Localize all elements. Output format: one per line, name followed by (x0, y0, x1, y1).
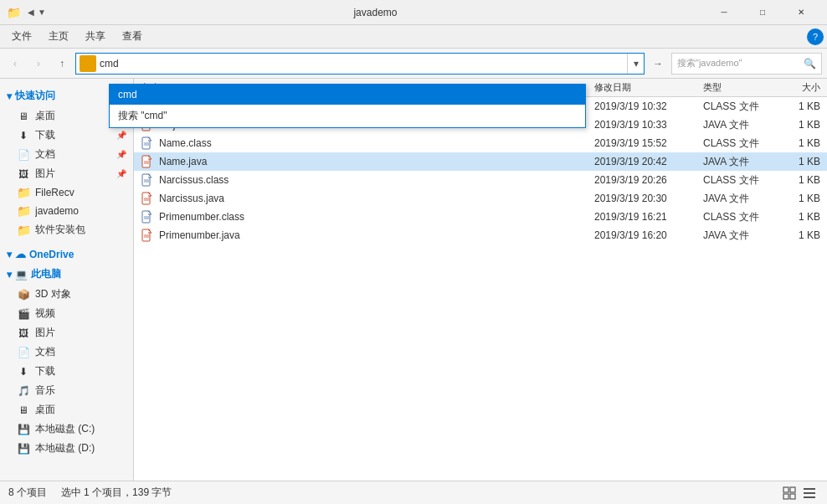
address-bar: ▾ (75, 53, 645, 75)
filerecv-label: FileRecv (35, 187, 74, 198)
dropdown-item-search[interactable]: 搜索 "cmd" (110, 105, 585, 127)
drive-c-icon: 💾 (17, 423, 30, 436)
minimize-button[interactable]: ─ (705, 0, 743, 25)
window-title: javademo (46, 7, 705, 18)
table-row[interactable]: Narcissus.class 2019/3/19 20:26 CLASS 文件… (134, 171, 827, 189)
up-button[interactable]: ↑ (52, 54, 72, 74)
file-date: 2019/3/19 10:33 (594, 119, 703, 131)
menu-view[interactable]: 查看 (114, 26, 151, 47)
table-row[interactable]: Primenumber.class 2019/3/19 16:21 CLASS … (134, 208, 827, 226)
music-label: 音乐 (35, 383, 55, 398)
file-type: CLASS 文件 (703, 173, 770, 188)
downloads-label: 下载 (35, 128, 55, 142)
file-date: 2019/3/19 15:52 (594, 137, 703, 149)
onedrive-cloud-icon: ☁ (15, 248, 26, 260)
sidebar-item-javademo[interactable]: 📁 javademo (0, 202, 133, 220)
address-input[interactable] (100, 58, 627, 69)
quick-access-label: 快速访问 (15, 89, 55, 103)
menu-home[interactable]: 主页 (40, 26, 77, 47)
close-button[interactable]: ✕ (782, 0, 820, 25)
file-type: CLASS 文件 (703, 100, 770, 114)
search-bar: 搜索"javademo" 🔍 (671, 53, 822, 75)
sidebar-item-video[interactable]: 🎬 视频 (0, 304, 133, 323)
file-date: 2019/3/19 16:20 (594, 229, 703, 241)
quick-access-chevron: ▾ (7, 90, 12, 102)
svg-rect-28 (804, 488, 815, 490)
view-grid-button[interactable] (780, 484, 799, 502)
this-pc-chevron: ▾ (7, 269, 12, 280)
help-button[interactable]: ? (807, 28, 824, 45)
status-count: 8 个项目 选中 1 个项目，139 字节 (8, 486, 780, 500)
file-list: 名称 修改日期 类型 大小 Mt.class 2019/3/19 10:32 C… (134, 79, 827, 481)
docs2-label: 文档 (35, 345, 55, 359)
sidebar-item-filerecv[interactable]: 📁 FileRecv (0, 183, 133, 202)
file-date: 2019/3/19 20:30 (594, 193, 703, 204)
onedrive-header[interactable]: ▾ ☁ OneDrive (0, 244, 133, 264)
file-icon (141, 173, 154, 187)
menu-bar: 文件 主页 共享 查看 ? (0, 25, 827, 49)
dropdown-cmd-label: cmd (118, 89, 137, 100)
svg-rect-26 (783, 494, 788, 499)
table-row[interactable]: Primenumber.java 2019/3/19 16:20 JAVA 文件… (134, 226, 827, 244)
file-icon (141, 192, 154, 205)
sidebar-item-documents[interactable]: 📄 文档 📌 (0, 145, 133, 164)
sidebar-item-desktop2[interactable]: 🖥 桌面 (0, 400, 133, 419)
back-button[interactable]: ‹ (5, 54, 25, 74)
sidebar-item-pictures2[interactable]: 🖼 图片 (0, 323, 133, 342)
file-date: 2019/3/19 10:32 (594, 100, 703, 112)
quick-access-down-icon: ▼ (38, 8, 46, 17)
app-icon: 📁 (7, 6, 21, 19)
dropdown-item-cmd[interactable]: cmd (110, 85, 585, 105)
filerecv-icon: 📁 (17, 186, 30, 199)
svg-rect-30 (804, 496, 815, 498)
svg-rect-29 (804, 492, 815, 494)
onedrive-chevron: ▾ (7, 249, 12, 260)
sidebar-item-dl2[interactable]: ⬇ 下载 (0, 362, 133, 381)
software-label: 软件安装包 (35, 223, 85, 237)
desktop2-label: 桌面 (35, 403, 55, 417)
file-size: 1 KB (770, 119, 820, 131)
window-controls: ─ □ ✕ (705, 0, 820, 25)
sidebar-item-downloads[interactable]: ⬇ 下载 📌 (0, 126, 133, 145)
svg-rect-24 (783, 487, 788, 492)
this-pc-header[interactable]: ▾ 💻 此电脑 (0, 264, 133, 285)
selected-info: 选中 1 个项目，139 字节 (61, 486, 172, 498)
sidebar-item-drive-d[interactable]: 💾 本地磁盘 (D:) (0, 439, 133, 458)
file-type: JAVA 文件 (703, 118, 770, 132)
title-bar-icons: 📁 ◀ ▼ (7, 6, 46, 19)
address-dropdown-button[interactable]: ▾ (627, 54, 644, 74)
table-row[interactable]: Name.class 2019/3/19 15:52 CLASS 文件 1 KB (134, 134, 827, 152)
file-type: JAVA 文件 (703, 229, 770, 243)
sidebar-item-3d[interactable]: 📦 3D 对象 (0, 285, 133, 304)
file-type: JAVA 文件 (703, 155, 770, 169)
pictures2-label: 图片 (35, 326, 55, 340)
maximize-button[interactable]: □ (743, 0, 782, 25)
docs2-icon: 📄 (17, 346, 30, 359)
sidebar-item-drive-c[interactable]: 💾 本地磁盘 (C:) (0, 419, 133, 439)
sidebar-item-software[interactable]: 📁 软件安装包 (0, 220, 133, 239)
sidebar-item-docs2[interactable]: 📄 文档 (0, 342, 133, 362)
col-date-header: 修改日期 (594, 81, 703, 94)
menu-file[interactable]: 文件 (3, 26, 40, 47)
title-bar: 📁 ◀ ▼ javademo ─ □ ✕ (0, 0, 827, 25)
video-icon: 🎬 (17, 307, 30, 321)
sidebar-item-music[interactable]: 🎵 音乐 (0, 381, 133, 400)
toolbar: ‹ › ↑ ▾ → 搜索"javademo" 🔍 (0, 49, 827, 79)
drive-c-label: 本地磁盘 (C:) (35, 422, 95, 436)
file-name: Name.java (159, 156, 594, 167)
3d-icon: 📦 (17, 288, 30, 301)
file-name: Name.class (159, 137, 594, 149)
menu-share[interactable]: 共享 (77, 26, 114, 47)
table-row[interactable]: Name.java 2019/3/19 20:42 JAVA 文件 1 KB (134, 152, 827, 171)
forward-button[interactable]: › (28, 54, 49, 74)
drive-d-icon: 💾 (17, 442, 30, 455)
table-row[interactable]: Narcissus.java 2019/3/19 20:30 JAVA 文件 1… (134, 189, 827, 208)
sidebar-item-pictures[interactable]: 🖼 图片 📌 (0, 164, 133, 183)
file-name: Primenumber.java (159, 229, 594, 241)
col-type-header: 类型 (703, 81, 770, 94)
pictures-label: 图片 (35, 167, 55, 181)
navigate-button[interactable]: → (648, 54, 668, 74)
file-date: 2019/3/19 20:26 (594, 174, 703, 186)
file-size: 1 KB (770, 137, 820, 149)
view-list-button[interactable] (800, 484, 819, 502)
